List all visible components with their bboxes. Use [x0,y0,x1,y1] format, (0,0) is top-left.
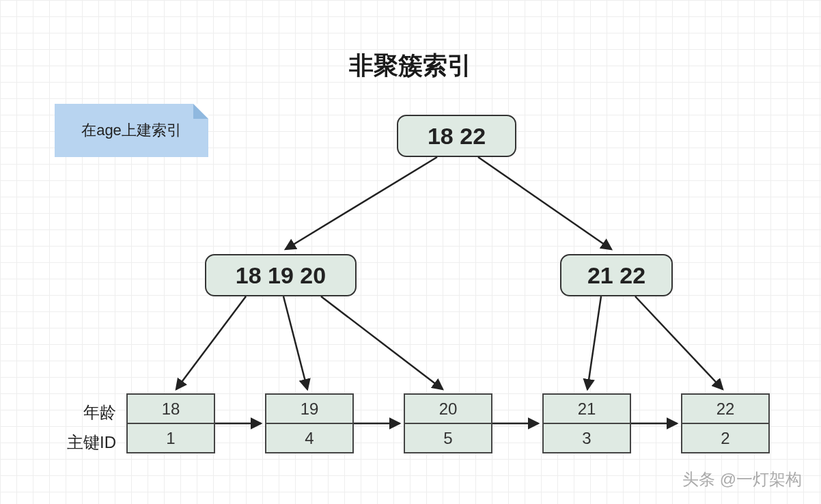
leaf-node: 22 2 [681,393,770,453]
leaf-node: 18 1 [126,393,215,453]
leaf-age: 19 [266,395,352,424]
leaf-node: 19 4 [265,393,354,453]
leaf-age: 20 [405,395,491,424]
leaf-pk: 3 [544,424,630,452]
svg-line-4 [283,296,307,389]
diagram-title: 非聚簇索引 [0,49,821,83]
internal-node-right: 21 22 [560,254,673,296]
svg-line-3 [176,296,246,389]
svg-line-7 [635,296,723,389]
internal-node-left: 18 19 20 [205,254,357,296]
svg-line-1 [286,157,437,249]
leaf-age: 18 [128,395,214,424]
leaf-age: 21 [544,395,630,424]
watermark-text: 头条 @一灯架构 [682,468,802,490]
leaf-pk: 5 [405,424,491,452]
root-node: 18 22 [397,115,516,157]
leaf-node: 20 5 [404,393,492,453]
internal-node-left-label: 18 19 20 [236,262,326,289]
svg-line-6 [587,296,601,389]
svg-line-5 [321,296,443,389]
leaf-age: 22 [682,395,768,424]
internal-node-right-label: 21 22 [587,262,645,289]
row-label-age: 年龄 [48,402,116,423]
leaf-pk: 4 [266,424,352,452]
svg-line-2 [478,157,611,249]
leaf-pk: 2 [682,424,768,452]
leaf-pk: 1 [128,424,214,452]
row-label-pk: 主键ID [48,432,116,453]
note-index-on-age: 在age上建索引 [55,104,208,157]
leaf-node: 21 3 [542,393,631,453]
root-node-label: 18 22 [428,123,486,150]
note-text: 在age上建索引 [81,120,182,141]
